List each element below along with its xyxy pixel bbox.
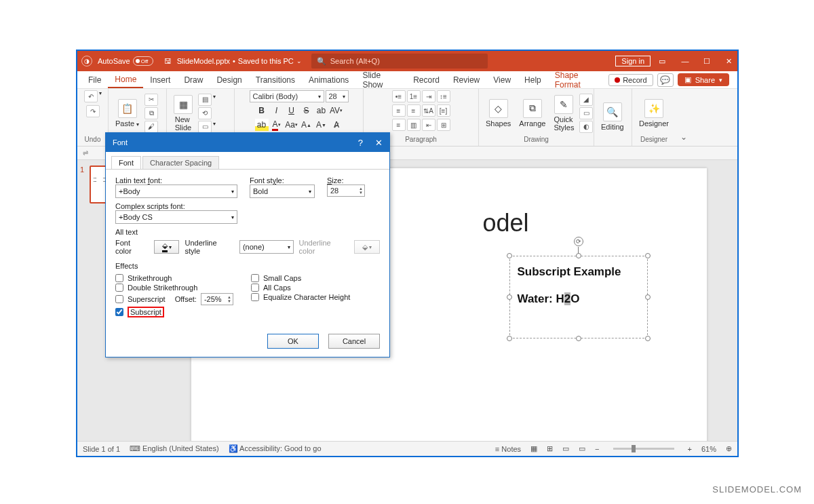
complex-font-combo[interactable]: +Body CS▾ — [115, 210, 237, 224]
numbering-button[interactable]: 1≡ — [407, 90, 421, 102]
underlinestyle-combo[interactable]: (none)▾ — [239, 240, 294, 254]
close-button[interactable]: ✕ — [724, 57, 733, 66]
tab-draw[interactable]: Draw — [177, 71, 210, 88]
bold-button[interactable]: B — [255, 104, 269, 117]
ok-button[interactable]: OK — [267, 334, 319, 349]
shapes-button[interactable]: ◇Shapes — [483, 96, 513, 130]
italic-button[interactable]: I — [270, 104, 284, 117]
undo-button[interactable]: ↶ — [84, 90, 98, 102]
status-accessibility[interactable]: ♿ Accessibility: Good to go — [229, 444, 322, 453]
cancel-button[interactable]: Cancel — [328, 334, 380, 349]
signin-button[interactable]: Sign in — [615, 56, 651, 66]
smallcaps-checkbox[interactable]: Small Caps — [251, 274, 350, 282]
tab-transitions[interactable]: Transitions — [249, 71, 302, 88]
align-right-button[interactable]: ≡ — [392, 119, 406, 131]
smartart-button[interactable]: ⊞ — [437, 119, 450, 131]
shadow-button[interactable]: ab — [315, 104, 328, 117]
minimize-button[interactable]: — — [680, 57, 690, 66]
tab-home[interactable]: Home — [108, 71, 143, 88]
shape-effects-button[interactable]: ◐ — [579, 121, 593, 133]
status-lang[interactable]: ⌨ English (United States) — [130, 444, 219, 453]
redo-button[interactable]: ↷ — [86, 105, 100, 117]
tab-review[interactable]: Review — [446, 71, 486, 88]
charspacing-button[interactable]: AV▾ — [330, 104, 343, 117]
tab-shape-format[interactable]: Shape Format — [548, 71, 608, 88]
tab-insert[interactable]: Insert — [143, 71, 177, 88]
grow-font-button[interactable]: A▲ — [300, 119, 313, 131]
document-title[interactable]: SlideModel.pptx•Saved to this PC⌄ — [177, 57, 302, 65]
font-color-button[interactable]: A▾ — [270, 119, 284, 131]
search-box[interactable]: 🔍 Search (Alt+Q) — [311, 54, 488, 69]
superscript-checkbox[interactable]: Superscript — [115, 295, 166, 303]
subscript-checkbox[interactable]: Subscript — [115, 307, 233, 317]
dialog-close-button[interactable]: ✕ — [375, 138, 383, 148]
view-sorter-button[interactable]: ⊞ — [547, 444, 553, 453]
zoom-slider[interactable] — [613, 448, 674, 450]
bullets-button[interactable]: •≡ — [392, 90, 406, 102]
size-spinner[interactable]: 28▲▼ — [327, 185, 365, 197]
new-slide-button[interactable]: ▦ New Slide — [171, 92, 195, 134]
dialog-tab-font[interactable]: Font — [111, 156, 141, 169]
quick-styles-button[interactable]: ✎Quick Styles — [551, 92, 577, 134]
tab-design[interactable]: Design — [210, 71, 248, 88]
zoom-level[interactable]: 61% — [701, 445, 716, 453]
fontcolor-button[interactable]: ⬙▾ — [154, 240, 180, 254]
selection-handles[interactable] — [509, 256, 648, 338]
tab-animations[interactable]: Animations — [302, 71, 355, 88]
double-strike-checkbox[interactable]: Double Strikethrough — [115, 284, 233, 292]
font-size-combo[interactable]: 28▾ — [326, 90, 349, 102]
ribbon-display-icon[interactable]: ▭ — [659, 57, 665, 66]
indent-more-button[interactable]: ⇥ — [422, 90, 435, 102]
selected-text-box[interactable]: ⟳ Subscript Example Water: H2O — [513, 260, 644, 334]
shape-fill-button[interactable]: ◢ — [579, 94, 593, 106]
autosave[interactable]: AutoSave Off — [98, 56, 153, 66]
paste-button[interactable]: 📋 Paste ▾ — [113, 96, 142, 130]
share-button[interactable]: ▣Share▾ — [678, 73, 729, 86]
fit-to-window-button[interactable]: ⊕ — [726, 444, 732, 453]
format-painter-button[interactable]: 🖌 — [144, 121, 158, 133]
strikethrough-button[interactable]: S — [300, 104, 313, 117]
offset-spinner[interactable]: -25%▲▼ — [201, 293, 233, 305]
editing-button[interactable]: 🔍Editing — [598, 100, 627, 134]
comments-button[interactable]: 💬 — [657, 73, 674, 87]
text-direction-button[interactable]: ⇅A — [422, 104, 435, 117]
equalize-checkbox[interactable]: Equalize Character Height — [251, 293, 350, 301]
view-reading-button[interactable]: ▭ — [562, 444, 569, 453]
align-text-button[interactable]: [≡] — [437, 104, 450, 117]
shrink-font-button[interactable]: A▼ — [315, 119, 328, 131]
notes-button[interactable]: ≡ Notes — [495, 445, 521, 453]
highlight-button[interactable]: ab — [255, 119, 269, 131]
dialog-titlebar[interactable]: Font ? ✕ — [106, 133, 389, 152]
layout-button[interactable]: ▤ — [198, 94, 212, 106]
indent-less-button[interactable]: ⇤ — [422, 119, 435, 131]
underline-button[interactable]: U — [285, 104, 298, 117]
fontstyle-combo[interactable]: Bold▾ — [250, 185, 315, 198]
dialog-help-button[interactable]: ? — [358, 138, 363, 148]
designer-button[interactable]: ✨Designer — [636, 96, 672, 130]
shape-outline-button[interactable]: ▭ — [579, 107, 593, 119]
align-left-button[interactable]: ≡ — [392, 104, 406, 117]
copy-button[interactable]: ⧉ — [144, 107, 158, 119]
zoom-out-button[interactable]: − — [595, 445, 599, 453]
qat-chevron-icon[interactable]: ⇌ — [83, 149, 88, 157]
record-button[interactable]: Record — [608, 74, 653, 86]
zoom-in-button[interactable]: + — [688, 445, 692, 453]
latin-font-combo[interactable]: +Body▾ — [115, 185, 237, 198]
autosave-toggle[interactable]: Off — [133, 56, 153, 66]
maximize-button[interactable]: ☐ — [702, 57, 712, 66]
section-button[interactable]: ▭ — [198, 121, 212, 133]
strikethrough-checkbox[interactable]: Strikethrough — [115, 274, 233, 282]
cut-button[interactable]: ✂ — [144, 94, 158, 106]
tab-slideshow[interactable]: Slide Show — [355, 71, 406, 88]
tab-record[interactable]: Record — [406, 71, 446, 88]
change-case-button[interactable]: Aa▾ — [285, 119, 298, 131]
line-spacing-button[interactable]: ↕≡ — [437, 90, 450, 102]
allcaps-checkbox[interactable]: All Caps — [251, 284, 350, 292]
rotate-handle[interactable]: ⟳ — [574, 237, 583, 246]
tab-help[interactable]: Help — [518, 71, 548, 88]
align-center-button[interactable]: ≡ — [407, 104, 421, 117]
tab-view[interactable]: View — [486, 71, 518, 88]
clear-format-button[interactable]: A̷ — [330, 119, 343, 131]
font-name-combo[interactable]: Calibri (Body)▾ — [250, 90, 324, 102]
save-icon[interactable]: 🖫 — [164, 57, 172, 65]
